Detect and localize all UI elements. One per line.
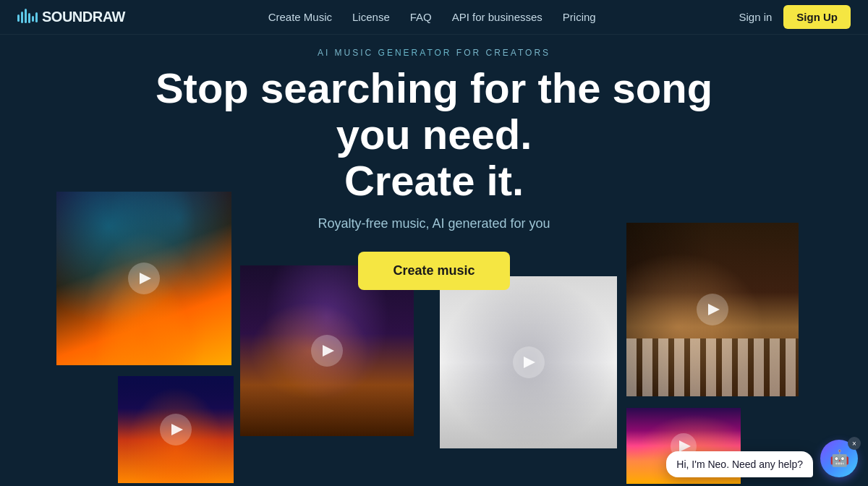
chatbot-widget: Hi, I'm Neo. Need any help? 🤖 × [666, 440, 858, 477]
media-card-city[interactable] [118, 376, 234, 483]
svg-rect-1 [21, 12, 23, 23]
chat-avatar[interactable]: 🤖 × [820, 440, 858, 477]
signup-button[interactable]: Sign Up [783, 5, 851, 29]
nav-create-music[interactable]: Create Music [268, 11, 332, 23]
logo-text: SOUNDRAW [42, 9, 125, 25]
nav-faq[interactable]: FAQ [410, 11, 432, 23]
hero-tag: AI MUSIC GENERATOR FOR CREATORS [318, 48, 550, 58]
play-button-dancer[interactable] [513, 346, 545, 378]
nav-pricing[interactable]: Pricing [563, 11, 596, 23]
nav-actions: Sign in Sign Up [739, 5, 851, 29]
nav-links: Create Music License FAQ API for busines… [268, 11, 596, 23]
svg-rect-0 [17, 14, 20, 22]
chat-close-button[interactable]: × [848, 437, 861, 450]
tag-generator: GENERATOR [378, 48, 456, 58]
tag-ai: AI MUSIC [318, 48, 378, 58]
media-card-concert[interactable] [56, 192, 231, 365]
play-button-disco[interactable] [311, 335, 343, 367]
media-card-piano[interactable] [626, 223, 799, 396]
navbar: SOUNDRAW Create Music License FAQ API fo… [0, 0, 868, 35]
hero-title: Stop searching for the song you need. Cr… [137, 65, 731, 203]
avatar-emoji: 🤖 [830, 449, 849, 468]
nav-license[interactable]: License [352, 11, 390, 23]
svg-rect-3 [28, 13, 30, 23]
signin-button[interactable]: Sign in [739, 11, 772, 23]
chat-bubble: Hi, I'm Neo. Need any help? [666, 451, 813, 477]
hero-subtitle: Royalty-free music, AI generated for you [318, 216, 550, 231]
tag-for: FOR [456, 48, 486, 58]
media-card-dancer[interactable] [440, 276, 617, 448]
svg-rect-4 [32, 16, 34, 22]
hero-title-line2: Create it. [344, 157, 524, 204]
logo[interactable]: SOUNDRAW [17, 9, 125, 26]
tag-creators: CREATORS [486, 48, 551, 58]
nav-api[interactable]: API for businesses [452, 11, 542, 23]
hero-title-line1: Stop searching for the song you need. [156, 64, 712, 158]
svg-rect-5 [35, 12, 38, 22]
hero-section: AI MUSIC GENERATOR FOR CREATORS Stop sea… [0, 0, 868, 486]
svg-rect-2 [25, 9, 27, 23]
play-button-city[interactable] [160, 414, 192, 446]
media-card-disco[interactable] [240, 265, 414, 436]
logo-mark [17, 9, 38, 26]
play-button-piano[interactable] [697, 294, 728, 325]
play-button-concert[interactable] [128, 263, 160, 294]
create-music-button[interactable]: Create music [358, 252, 509, 290]
